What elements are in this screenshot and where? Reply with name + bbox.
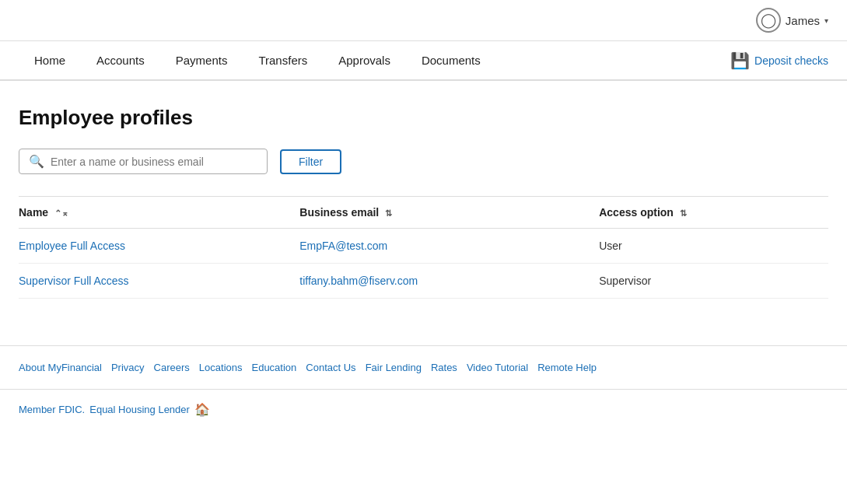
footer-link-locations[interactable]: Locations — [199, 362, 243, 373]
row-email: EmpFA@test.com — [299, 229, 599, 264]
nav-bar: Home Accounts Payments Transfers Approva… — [0, 40, 847, 81]
footer-link-fair-lending[interactable]: Fair Lending — [366, 362, 422, 373]
employee-name-link[interactable]: Employee Full Access — [19, 240, 125, 252]
deposit-checks-label: Deposit checks — [754, 54, 828, 67]
nav-home[interactable]: Home — [19, 41, 81, 79]
nav-approvals[interactable]: Approvals — [323, 41, 406, 79]
footer: About MyFinancialPrivacyCareersLocations… — [0, 345, 847, 389]
search-input[interactable] — [51, 156, 257, 168]
main-content: Employee profiles 🔍 Filter Name ⌃⌅ Busin… — [0, 81, 847, 299]
row-access: Supervisor — [599, 264, 828, 299]
col-name: Name ⌃⌅ — [19, 197, 299, 229]
email-sort-icon[interactable]: ⇅ — [385, 208, 392, 219]
col-email: Business email ⇅ — [299, 197, 599, 229]
table-row: Supervisor Full Access tiffany.bahm@fise… — [19, 264, 828, 299]
footer-link-video-tutorial[interactable]: Video Tutorial — [467, 362, 528, 373]
top-bar: ◯ James ▾ — [0, 0, 847, 40]
search-input-wrapper: 🔍 — [19, 149, 268, 174]
footer-link-education[interactable]: Education — [251, 362, 296, 373]
footer-link-rates[interactable]: Rates — [431, 362, 457, 373]
footer-bottom: Member FDIC. Equal Housing Lender 🏠 — [0, 389, 847, 429]
footer-link-contact-us[interactable]: Contact Us — [306, 362, 355, 373]
nav-transfers[interactable]: Transfers — [243, 41, 323, 79]
name-sort-icon[interactable]: ⌃⌅ — [54, 208, 68, 219]
col-access: Access option ⇅ — [599, 197, 828, 229]
footer-link-privacy[interactable]: Privacy — [111, 362, 145, 373]
footer-link-careers[interactable]: Careers — [154, 362, 190, 373]
footer-links: About MyFinancialPrivacyCareersLocations… — [19, 362, 828, 373]
employee-name-link[interactable]: Supervisor Full Access — [19, 275, 129, 287]
employee-email-link[interactable]: EmpFA@test.com — [299, 240, 387, 252]
row-name: Employee Full Access — [19, 229, 299, 264]
row-name: Supervisor Full Access — [19, 264, 299, 299]
nav-payments[interactable]: Payments — [160, 41, 243, 79]
member-fdic-text: Member FDIC. — [19, 404, 85, 415]
footer-link-about-myfinancial[interactable]: About MyFinancial — [19, 362, 102, 373]
filter-button[interactable]: Filter — [280, 149, 341, 174]
row-access: User — [599, 229, 828, 264]
page-title: Employee profiles — [19, 106, 828, 130]
profiles-table: Name ⌃⌅ Business email ⇅ Access option ⇅… — [19, 196, 828, 299]
user-avatar: ◯ — [756, 8, 781, 33]
chevron-down-icon: ▾ — [824, 16, 828, 25]
nav-links: Home Accounts Payments Transfers Approva… — [19, 41, 496, 79]
table-header-row: Name ⌃⌅ Business email ⇅ Access option ⇅ — [19, 197, 828, 229]
deposit-checks-link[interactable]: 💾 Deposit checks — [730, 51, 828, 70]
user-menu[interactable]: ◯ James ▾ — [756, 8, 828, 33]
footer-link-remote-help[interactable]: Remote Help — [537, 362, 597, 373]
search-filter-row: 🔍 Filter — [19, 149, 828, 174]
nav-accounts[interactable]: Accounts — [81, 41, 160, 79]
search-icon: 🔍 — [29, 154, 44, 169]
access-sort-icon[interactable]: ⇅ — [680, 208, 687, 219]
user-name: James — [786, 14, 820, 27]
table-row: Employee Full Access EmpFA@test.com User — [19, 229, 828, 264]
equal-housing-text: Equal Housing Lender — [89, 404, 190, 415]
employee-email-link[interactable]: tiffany.bahm@fiserv.com — [299, 275, 418, 287]
row-email: tiffany.bahm@fiserv.com — [299, 264, 599, 299]
equal-housing-icon: 🏠 — [194, 402, 210, 417]
nav-documents[interactable]: Documents — [406, 41, 496, 79]
deposit-checks-icon: 💾 — [730, 51, 750, 70]
